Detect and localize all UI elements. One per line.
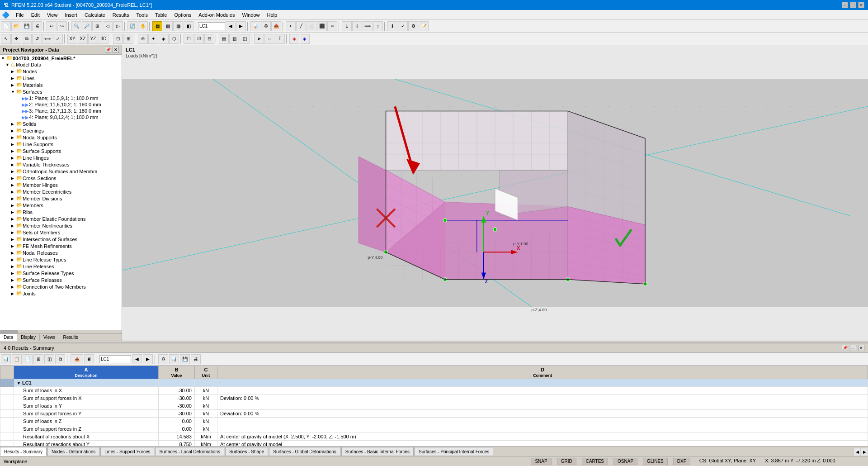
tab-scroll-left[interactable]: ◀ [854, 448, 861, 456]
expand-fe-mesh[interactable]: ▶ [11, 244, 16, 248]
results-header-controls[interactable]: 📌 ─ ✕ [842, 345, 864, 351]
res-lc-input[interactable]: LC1 [99, 355, 131, 363]
tb-surface[interactable]: ⬜ [307, 21, 316, 31]
tab-lines-support-forces[interactable]: Lines - Support Forces [100, 447, 154, 456]
expand-surface-releases[interactable]: ▶ [11, 278, 16, 282]
tb2-arrow[interactable]: ➤ [254, 34, 264, 44]
tb-undo[interactable]: ↩ [47, 21, 57, 31]
tb-report[interactable]: 📝 [419, 21, 429, 31]
expand-member-elastic[interactable]: ▶ [11, 217, 16, 221]
nav-pin-button[interactable]: 📌 [105, 47, 111, 53]
results-minimize-button[interactable]: ─ [850, 345, 856, 351]
tb-rotate[interactable]: 🔄 [127, 21, 137, 31]
tb-line[interactable]: ╱ [296, 21, 306, 31]
tb-save[interactable]: 💾 [22, 21, 32, 31]
nav-tab-views[interactable]: Views [40, 334, 60, 341]
tb2-color2[interactable]: ◈ [300, 34, 310, 44]
res-lc-back[interactable]: ◀ [132, 354, 142, 364]
menu-view[interactable]: View [43, 11, 61, 19]
tb-render1[interactable]: ▦ [152, 21, 162, 31]
expand-solids[interactable]: ▶ [11, 122, 16, 126]
tb-solid[interactable]: ⬛ [317, 21, 327, 31]
expand-line-releases[interactable]: ▶ [11, 264, 16, 269]
expand-connection-two-members[interactable]: ▶ [11, 285, 16, 289]
results-close-button[interactable]: ✕ [858, 345, 864, 351]
status-dxf[interactable]: DXF [673, 458, 690, 465]
tb-zoom-prev[interactable]: ◁ [103, 21, 113, 31]
tb-info[interactable]: ℹ [387, 21, 397, 31]
tb2-view-xz[interactable]: XZ [78, 34, 88, 44]
table-row-7[interactable]: Resultant of reactions about X 14.583 kN… [0, 433, 868, 441]
tb2-display3[interactable]: ⊟ [204, 34, 214, 44]
tree-openings[interactable]: ▶ 📂 Openings [0, 127, 122, 134]
tab-scroll-right[interactable]: ▶ [861, 448, 868, 456]
status-snap[interactable]: SNAP [531, 458, 551, 465]
tab-surfaces-principal-internal[interactable]: Surfaces - Principal Internal Forces [415, 447, 493, 456]
res-tb-btn6[interactable]: ⧉ [55, 354, 65, 364]
tb-zoom-next[interactable]: ▷ [113, 21, 123, 31]
minimize-button[interactable]: ─ [842, 2, 848, 8]
tb-zoom-all[interactable]: ⊞ [92, 21, 102, 31]
tb2-dim[interactable]: ↔ [264, 34, 274, 44]
status-glines[interactable]: GLINES [643, 458, 668, 465]
tree-model-data[interactable]: ▼ 🗂 Model Data [0, 62, 122, 68]
tb2-scale[interactable]: ⤢ [53, 34, 63, 44]
expand-materials[interactable]: ▶ [11, 83, 16, 87]
results-table-container[interactable]: ADescription BValue CUnit DComment ▼LC1 [0, 366, 868, 446]
tb-load3[interactable]: ⟹ [363, 21, 373, 31]
tb-render4[interactable]: ◧ [184, 21, 193, 31]
res-tb-btn2[interactable]: 📋 [12, 354, 22, 364]
tb2-persp[interactable]: ⊡ [113, 34, 123, 44]
expand-orthotropic[interactable]: ▶ [11, 169, 16, 174]
tree-member-hinges[interactable]: ▶ 📂 Member Hinges [0, 181, 122, 188]
menu-table[interactable]: Table [151, 11, 170, 19]
tb-zoom-in[interactable]: 🔍 [71, 21, 81, 31]
tb-calc[interactable]: ⚙ [408, 21, 418, 31]
tree-member-divisions[interactable]: ▶ 📂 Member Divisions [0, 195, 122, 202]
tb-lc-fwd[interactable]: ▶ [236, 21, 246, 31]
tab-surfaces-global-deformations[interactable]: Surfaces - Global Deformations [269, 447, 340, 456]
table-row-8[interactable]: Resultant of reactions about Y -8.750 kN… [0, 441, 868, 447]
tb2-color[interactable]: ◈ [289, 34, 299, 44]
menu-file[interactable]: File [12, 11, 28, 19]
tb2-snap4[interactable]: ⬡ [169, 34, 179, 44]
tree-lines[interactable]: ▶ 📂 Lines [0, 75, 122, 81]
view-area[interactable]: LC1 Loads [kN/m^2] [122, 45, 868, 341]
expand-line-release-types[interactable]: ▶ [11, 257, 16, 262]
tree-surface-releases[interactable]: ▶ 📂 Surface Releases [0, 276, 122, 283]
expand-intersections[interactable]: ▶ [11, 237, 16, 242]
menu-edit[interactable]: Edit [28, 11, 43, 19]
tree-cross-sections[interactable]: ▶ 📂 Cross-Sections [0, 175, 122, 181]
expand-openings[interactable]: ▶ [11, 128, 16, 133]
tb-pan[interactable]: ✋ [138, 21, 148, 31]
tree-line-hinges[interactable]: ▶ 📂 Line Hinges [0, 154, 122, 161]
tb-redo[interactable]: ↪ [57, 21, 67, 31]
tree-root[interactable]: ▼ 📁 004700_200904_FreieREL* [0, 55, 122, 62]
tree-joints[interactable]: ▶ 📂 Joints [0, 290, 122, 297]
expand-sets-of-members[interactable]: ▶ [11, 230, 16, 235]
tree-member-nonlinear[interactable]: ▶ 📂 Member Nonlinearities [0, 222, 122, 229]
tb-zoom-out[interactable]: 🔎 [82, 21, 92, 31]
tree-line-releases[interactable]: ▶ 📂 Line Releases [0, 263, 122, 270]
nav-horizontal-scroll[interactable] [0, 330, 122, 333]
expand-surface-supports[interactable]: ▶ [11, 149, 16, 153]
tb2-display1[interactable]: ☐ [184, 34, 193, 44]
tb2-copy[interactable]: ⧉ [22, 34, 32, 44]
status-cartes[interactable]: CARTES [582, 458, 608, 465]
tree-surface-2[interactable]: ▶ ▶▶ 2: Plane; 11,6,10,2; 1; 180.0 mm [0, 101, 122, 108]
results-pin-button[interactable]: 📌 [842, 345, 848, 351]
expand-members[interactable]: ▶ [11, 203, 16, 208]
tb2-render7[interactable]: ◫ [240, 34, 250, 44]
menu-results[interactable]: Results [109, 11, 133, 19]
expand-surface-release-types[interactable]: ▶ [11, 271, 16, 276]
res-tb-calc[interactable]: 🖩 [84, 354, 94, 364]
expand-ribs[interactable]: ▶ [11, 210, 16, 214]
expand-cross-sections[interactable]: ▶ [11, 176, 16, 181]
tb-render2[interactable]: ▨ [163, 21, 173, 31]
tb-node[interactable]: • [286, 21, 296, 31]
expand-member-hinges[interactable]: ▶ [11, 183, 16, 187]
tree-line-release-types[interactable]: ▶ 📂 Line Release Types [0, 256, 122, 263]
expand-member-divisions[interactable]: ▶ [11, 196, 16, 201]
tree-solids[interactable]: ▶ 📂 Solids [0, 120, 122, 127]
close-button[interactable]: ✕ [858, 2, 864, 8]
